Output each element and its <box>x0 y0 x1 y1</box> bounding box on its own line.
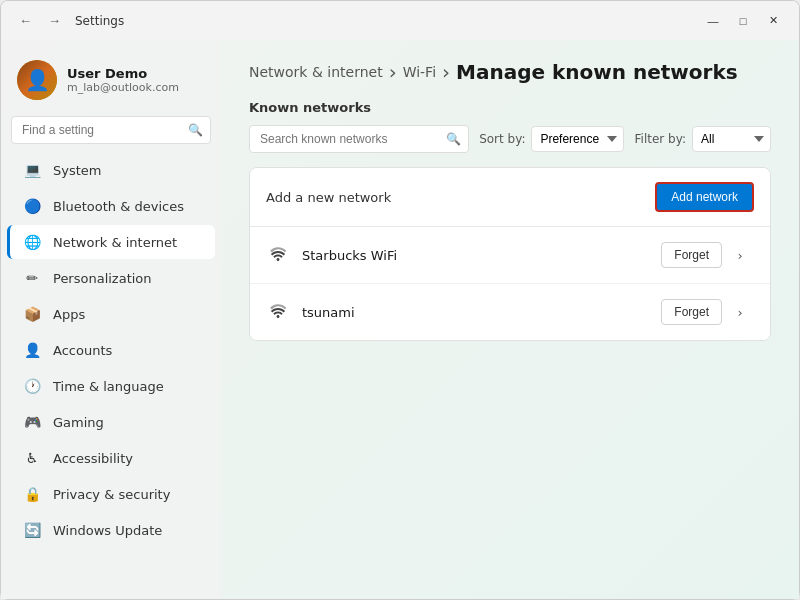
sort-label: Sort by: <box>479 132 525 146</box>
accounts-icon: 👤 <box>23 341 41 359</box>
breadcrumb-sep-1: › <box>389 60 397 84</box>
time-icon: 🕐 <box>23 377 41 395</box>
chevron-tsunami[interactable]: › <box>726 298 754 326</box>
search-networks-container[interactable]: 🔍 <box>249 125 469 153</box>
filter-group: Filter by: All 2.4 GHz 5 GHz <box>635 126 771 152</box>
forget-button-starbucks[interactable]: Forget <box>661 242 722 268</box>
user-name: User Demo <box>67 66 179 81</box>
sidebar-item-accounts-label: Accounts <box>53 343 112 358</box>
sidebar-item-bluetooth[interactable]: 🔵 Bluetooth & devices <box>7 189 215 223</box>
sidebar-item-privacy-label: Privacy & security <box>53 487 170 502</box>
sort-group: Sort by: Preference Name Date <box>479 126 624 152</box>
sidebar-item-accessibility-label: Accessibility <box>53 451 133 466</box>
sidebar-item-time[interactable]: 🕐 Time & language <box>7 369 215 403</box>
sidebar-item-system-label: System <box>53 163 101 178</box>
breadcrumb-network[interactable]: Network & internet <box>249 64 383 80</box>
content-area: Network & internet › Wi-Fi › Manage know… <box>221 40 799 599</box>
find-setting-search-icon: 🔍 <box>188 123 203 137</box>
sidebar-item-accessibility[interactable]: ♿ Accessibility <box>7 441 215 475</box>
accessibility-icon: ♿ <box>23 449 41 467</box>
search-networks-icon: 🔍 <box>446 132 461 146</box>
system-icon: 💻 <box>23 161 41 179</box>
breadcrumb-sep-2: › <box>442 60 450 84</box>
network-list: Add a new network Add network Starbucks … <box>249 167 771 341</box>
sidebar-item-time-label: Time & language <box>53 379 164 394</box>
sidebar-item-accounts[interactable]: 👤 Accounts <box>7 333 215 367</box>
sidebar-item-apps[interactable]: 📦 Apps <box>7 297 215 331</box>
sidebar-item-system[interactable]: 💻 System <box>7 153 215 187</box>
add-network-row: Add a new network Add network <box>250 168 770 227</box>
sidebar-item-network[interactable]: 🌐 Network & internet <box>7 225 215 259</box>
add-network-button[interactable]: Add network <box>655 182 754 212</box>
personalization-icon: ✏️ <box>23 269 41 287</box>
maximize-button[interactable]: □ <box>729 11 757 31</box>
user-profile[interactable]: 👤 User Demo m_lab@outlook.com <box>1 52 221 116</box>
window-controls: — □ ✕ <box>699 11 787 31</box>
breadcrumb: Network & internet › Wi-Fi › Manage know… <box>249 60 771 84</box>
forward-button[interactable]: → <box>42 9 67 32</box>
minimize-button[interactable]: — <box>699 11 727 31</box>
breadcrumb-wifi[interactable]: Wi-Fi <box>403 64 436 80</box>
sidebar-item-gaming-label: Gaming <box>53 415 104 430</box>
sidebar-item-bluetooth-label: Bluetooth & devices <box>53 199 184 214</box>
avatar: 👤 <box>17 60 57 100</box>
sidebar-item-update-label: Windows Update <box>53 523 162 538</box>
filter-select[interactable]: All 2.4 GHz 5 GHz <box>692 126 771 152</box>
network-actions-tsunami: Forget › <box>661 298 754 326</box>
wifi-icon-starbucks <box>266 244 290 266</box>
apps-icon: 📦 <box>23 305 41 323</box>
user-email: m_lab@outlook.com <box>67 81 179 94</box>
network-row-starbucks: Starbucks WiFi Forget › <box>250 227 770 284</box>
update-icon: 🔄 <box>23 521 41 539</box>
network-name-starbucks: Starbucks WiFi <box>302 248 649 263</box>
chevron-starbucks[interactable]: › <box>726 241 754 269</box>
search-networks-input[interactable] <box>249 125 469 153</box>
network-name-tsunami: tsunami <box>302 305 649 320</box>
main-content: 👤 User Demo m_lab@outlook.com 🔍 💻 System… <box>1 40 799 599</box>
sidebar-item-gaming[interactable]: 🎮 Gaming <box>7 405 215 439</box>
gaming-icon: 🎮 <box>23 413 41 431</box>
filter-label: Filter by: <box>635 132 686 146</box>
breadcrumb-current: Manage known networks <box>456 60 738 84</box>
network-icon: 🌐 <box>23 233 41 251</box>
forget-button-tsunami[interactable]: Forget <box>661 299 722 325</box>
add-network-label: Add a new network <box>266 190 391 205</box>
network-actions-starbucks: Forget › <box>661 241 754 269</box>
section-title: Known networks <box>249 100 771 115</box>
sidebar-item-personalization-label: Personalization <box>53 271 152 286</box>
sidebar-item-network-label: Network & internet <box>53 235 177 250</box>
close-button[interactable]: ✕ <box>759 11 787 31</box>
find-setting-input[interactable] <box>11 116 211 144</box>
filters-row: 🔍 Sort by: Preference Name Date Filter b… <box>249 125 771 153</box>
sort-select[interactable]: Preference Name Date <box>531 126 624 152</box>
privacy-icon: 🔒 <box>23 485 41 503</box>
find-setting-search[interactable]: 🔍 <box>11 116 211 144</box>
network-row-tsunami: tsunami Forget › <box>250 284 770 340</box>
sidebar-item-update[interactable]: 🔄 Windows Update <box>7 513 215 547</box>
bluetooth-icon: 🔵 <box>23 197 41 215</box>
sidebar-item-apps-label: Apps <box>53 307 85 322</box>
back-button[interactable]: ← <box>13 9 38 32</box>
sidebar: 👤 User Demo m_lab@outlook.com 🔍 💻 System… <box>1 40 221 599</box>
titlebar: ← → Settings — □ ✕ <box>1 1 799 40</box>
wifi-icon-tsunami <box>266 301 290 323</box>
window-title: Settings <box>75 14 124 28</box>
sidebar-item-personalization[interactable]: ✏️ Personalization <box>7 261 215 295</box>
sidebar-item-privacy[interactable]: 🔒 Privacy & security <box>7 477 215 511</box>
